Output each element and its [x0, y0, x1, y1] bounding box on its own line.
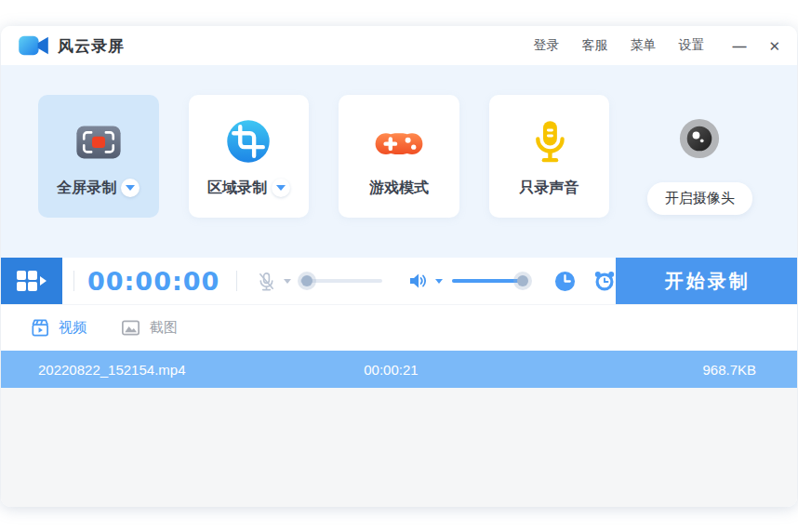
- grid-icon: [16, 271, 47, 292]
- mode-section: 全屏录制 区域录制: [1, 65, 797, 258]
- recording-duration: 00:00:21: [364, 362, 418, 378]
- app-window: 风云录屏 登录 客服 菜单 设置 — ✕ 全屏录制: [1, 26, 797, 507]
- recording-file-size: 968.7KB: [702, 362, 756, 378]
- title-bar: 风云录屏 登录 客服 菜单 设置 — ✕: [1, 26, 797, 65]
- camera-column: 开启摄像头: [639, 95, 760, 258]
- mode-card-audio[interactable]: 只录声音: [489, 95, 610, 218]
- recording-timer: 00:00:00: [87, 267, 219, 296]
- fullscreen-record-icon: [73, 115, 125, 167]
- mode-label-region: 区域录制: [207, 179, 267, 198]
- divider: [236, 271, 237, 291]
- tab-screenshots-label: 截图: [150, 319, 178, 337]
- start-recording-button[interactable]: 开始录制: [616, 258, 797, 304]
- speaker-icon[interactable]: [406, 270, 429, 292]
- mode-card-game[interactable]: 游戏模式: [339, 95, 459, 218]
- game-mode-icon: [373, 115, 425, 167]
- tab-screenshots[interactable]: 截图: [120, 317, 178, 339]
- mode-grid-button[interactable]: [1, 258, 62, 304]
- tab-videos-label: 视频: [59, 319, 86, 337]
- control-bar: 00:00:00: [1, 258, 797, 304]
- library-tabs: 视频 截图: [1, 304, 797, 351]
- tab-videos[interactable]: 视频: [29, 317, 86, 339]
- mode-card-region[interactable]: 区域录制: [189, 95, 310, 218]
- mode-label-game: 游戏模式: [369, 179, 429, 198]
- recording-list-empty-area: [1, 388, 797, 507]
- region-record-icon: [222, 115, 274, 167]
- region-dropdown-icon[interactable]: [272, 179, 290, 197]
- mode-label-fullscreen: 全屏录制: [57, 179, 116, 198]
- fullscreen-dropdown-icon[interactable]: [121, 179, 140, 197]
- mic-volume-slider[interactable]: [300, 279, 382, 283]
- mic-dropdown-icon[interactable]: [284, 279, 291, 284]
- menu-settings[interactable]: 设置: [678, 37, 704, 54]
- recording-file-name: 20220822_152154.mp4: [38, 362, 185, 378]
- menu-support[interactable]: 客服: [581, 37, 607, 54]
- camera-lens-icon[interactable]: [676, 115, 723, 162]
- audio-only-icon: [524, 115, 576, 167]
- enable-camera-button[interactable]: 开启摄像头: [647, 182, 752, 215]
- screenshot-image-icon: [120, 317, 141, 339]
- recording-list-item[interactable]: 20220822_152154.mp4 00:00:21 968.7KB: [1, 351, 797, 388]
- alarm-clock-icon[interactable]: [593, 270, 616, 292]
- divider: [73, 271, 74, 291]
- close-icon[interactable]: ✕: [768, 39, 780, 53]
- app-logo-icon: [18, 33, 49, 58]
- app-title: 风云录屏: [58, 35, 125, 57]
- menu-login[interactable]: 登录: [533, 37, 559, 54]
- system-volume-slider[interactable]: [452, 279, 526, 283]
- mode-card-fullscreen[interactable]: 全屏录制: [38, 95, 159, 218]
- menu-menu[interactable]: 菜单: [630, 37, 656, 54]
- mode-label-audio: 只录声音: [520, 179, 579, 198]
- speaker-dropdown-icon[interactable]: [435, 279, 443, 284]
- microphone-muted-icon[interactable]: [256, 271, 277, 292]
- clock-icon[interactable]: [554, 271, 576, 292]
- minimize-icon[interactable]: —: [732, 39, 746, 53]
- video-clapperboard-icon: [29, 317, 50, 339]
